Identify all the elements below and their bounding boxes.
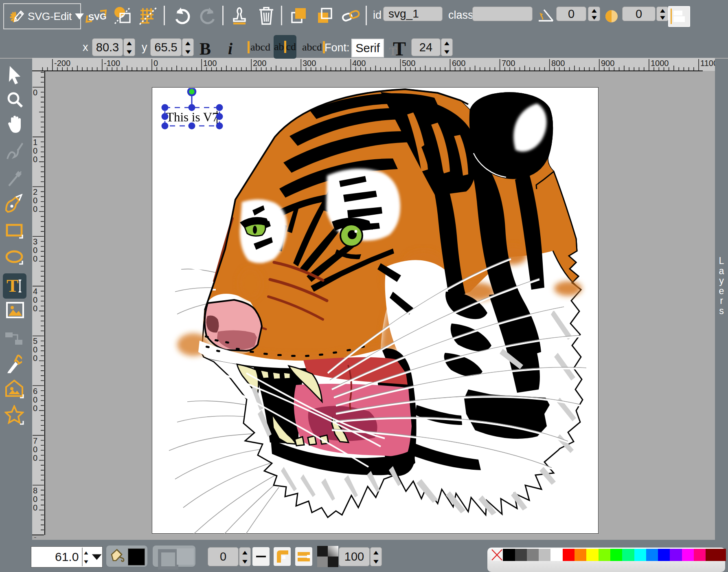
svg-text:800: 800	[551, 59, 565, 68]
svg-text:4: 4	[33, 287, 37, 296]
svg-text:900: 900	[601, 59, 614, 68]
svg-text:8: 8	[33, 486, 37, 495]
svg-text:3: 3	[33, 237, 37, 246]
svg-text:600: 600	[452, 59, 465, 68]
svg-text:7: 7	[33, 436, 37, 445]
svg-text:400: 400	[352, 59, 366, 68]
svg-text:SVG: SVG	[88, 11, 107, 22]
svg-text:0: 0	[33, 304, 37, 313]
svg-text:0: 0	[33, 295, 37, 304]
svg-text:9: 9	[33, 536, 37, 538]
svg-text:500: 500	[402, 59, 415, 68]
svg-text:1: 1	[33, 138, 37, 147]
svg-text:5: 5	[33, 337, 37, 345]
svg-text:0: 0	[33, 205, 37, 213]
svg-text:100: 100	[203, 59, 217, 68]
svg-text:0: 0	[33, 155, 37, 164]
svg-text:0: 0	[33, 395, 37, 404]
svg-text:0: 0	[33, 196, 37, 205]
svg-text:-100: -100	[104, 59, 120, 68]
svg-text:0: 0	[33, 345, 37, 354]
svg-text:0: 0	[33, 495, 37, 504]
svg-text:0: 0	[33, 254, 37, 263]
svg-text:T: T	[393, 38, 406, 57]
svg-text:0: 0	[33, 404, 37, 413]
svg-text:0: 0	[33, 354, 37, 363]
svg-text:0: 0	[33, 453, 37, 462]
svg-text:T: T	[7, 276, 18, 296]
svg-text:200: 200	[253, 59, 266, 68]
svg-text:0: 0	[33, 503, 37, 512]
svg-text:700: 700	[502, 59, 515, 68]
svg-text:1100: 1100	[700, 59, 715, 68]
svg-text:0: 0	[33, 146, 37, 155]
svg-text:0: 0	[33, 246, 37, 255]
svg-text:300: 300	[303, 59, 316, 68]
svg-text:-200: -200	[54, 59, 70, 68]
svg-text:This is V7: This is V7	[166, 110, 219, 124]
svg-text:0: 0	[33, 88, 37, 97]
svg-text:0: 0	[33, 445, 37, 454]
svg-text:2: 2	[33, 187, 37, 196]
svg-text:6: 6	[33, 387, 37, 396]
svg-text:1000: 1000	[651, 59, 669, 68]
svg-text:0: 0	[153, 59, 158, 68]
